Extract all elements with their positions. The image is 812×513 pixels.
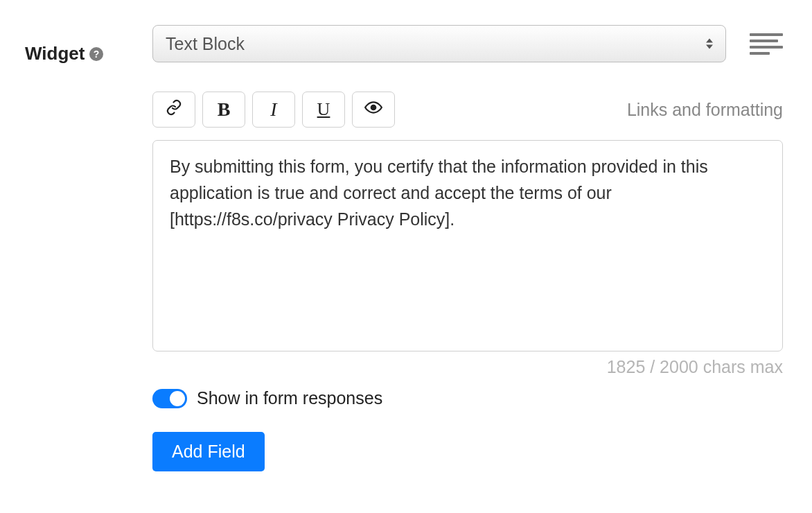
align-left-icon[interactable]: [750, 33, 783, 55]
underline-icon: U: [317, 99, 330, 120]
widget-select[interactable]: Text Block: [152, 25, 726, 62]
widget-label: Widget ?: [25, 43, 104, 64]
bold-icon: B: [218, 98, 231, 121]
widget-select-value: Text Block: [166, 34, 245, 54]
svg-point-2: [371, 105, 376, 110]
content-textarea[interactable]: [152, 140, 783, 351]
show-in-responses-toggle[interactable]: [152, 389, 187, 408]
char-count: 1825 / 2000 chars max: [152, 357, 783, 377]
select-caret-icon: [706, 39, 713, 49]
widget-label-text: Widget: [25, 43, 85, 64]
add-field-button[interactable]: Add Field: [152, 432, 265, 471]
link-button[interactable]: [152, 92, 195, 128]
show-in-responses-label: Show in form responses: [197, 388, 382, 408]
links-formatting-link[interactable]: Links and formatting: [627, 100, 783, 120]
italic-button[interactable]: I: [252, 92, 295, 128]
bold-button[interactable]: B: [202, 92, 245, 128]
eye-icon: [364, 98, 382, 121]
preview-button[interactable]: [352, 92, 395, 128]
svg-text:?: ?: [94, 49, 100, 60]
help-icon[interactable]: ?: [89, 46, 104, 62]
toggle-knob: [170, 391, 185, 406]
link-icon: [166, 99, 182, 120]
underline-button[interactable]: U: [302, 92, 345, 128]
italic-icon: I: [270, 98, 276, 121]
